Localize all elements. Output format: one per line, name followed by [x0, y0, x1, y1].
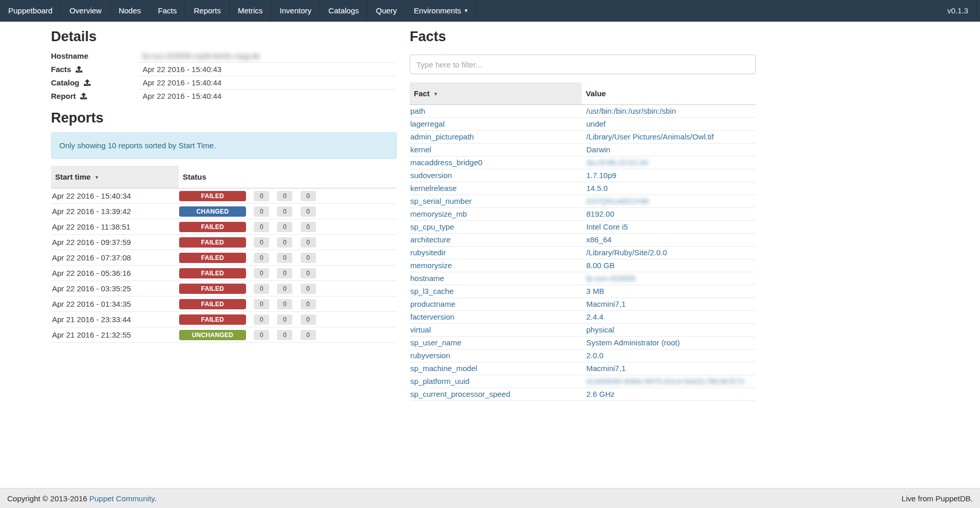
report-count-badge: 0 [277, 191, 292, 201]
fact-row: sudoversion 1.7.10p9 [410, 169, 756, 182]
report-status-badge[interactable]: FAILED [179, 237, 246, 248]
fact-name-link[interactable]: virtual [410, 325, 431, 334]
fact-value: Darwin [586, 145, 610, 154]
report-count-badge: 0 [254, 268, 269, 278]
report-status-badge[interactable]: FAILED [179, 222, 246, 232]
details-row-facts: Facts Apr 22 2016 - 15:40:43 [51, 63, 397, 76]
report-status-badge[interactable]: FAILED [179, 314, 246, 325]
facts-table-header-row: Fact▾ Value [410, 82, 756, 105]
facts-timestamp: Apr 22 2016 - 15:40:43 [138, 63, 397, 76]
nav-item-facts[interactable]: Facts [150, 0, 186, 21]
fact-row: sp_l3_cache 3 MB [410, 285, 756, 298]
fact-row: rubyversion 2.0.0 [410, 349, 756, 362]
report-count-badge: 0 [301, 222, 316, 232]
nav-item-overview[interactable]: Overview [61, 0, 111, 21]
fact-name-link[interactable]: hostname [410, 274, 444, 283]
fact-name-link[interactable]: kernel [410, 145, 431, 154]
fact-name-link[interactable]: kernelrelease [410, 184, 457, 192]
report-count-badge: 0 [301, 237, 316, 248]
catalog-label: Catalog [51, 78, 79, 87]
fact-name-link[interactable]: lagerregal [410, 119, 445, 128]
fact-value: 3 MB [586, 287, 604, 295]
fact-name-link[interactable]: memorysize_mb [410, 209, 467, 218]
fact-name-link[interactable]: sp_user_name [410, 338, 461, 347]
report-status-badge[interactable]: FAILED [179, 284, 246, 294]
nav-item-nodes[interactable]: Nodes [110, 0, 149, 21]
nav-item-query[interactable]: Query [367, 0, 406, 21]
nav-item-catalogs[interactable]: Catalogs [320, 0, 367, 21]
column-header-start-time[interactable]: Start time▾ [51, 166, 179, 188]
report-start-time: Apr 22 2016 - 11:38:51 [51, 219, 179, 234]
fact-row: memorysize 8.00 GB [410, 259, 756, 272]
puppet-community-link[interactable]: Puppet Community [90, 494, 154, 503]
report-count-badge: 0 [277, 268, 292, 278]
fact-name-link[interactable]: sp_machine_model [410, 364, 477, 373]
column-header-value[interactable]: Value [582, 82, 756, 105]
fact-row: path /usr/bin:/bin:/usr/sbin:/sbin [410, 105, 756, 118]
fact-name-link[interactable]: rubysitedir [410, 248, 446, 257]
report-count-badge: 0 [277, 253, 292, 263]
report-start-time: Apr 21 2016 - 23:33:44 [51, 311, 179, 327]
facts-filter-input[interactable] [410, 55, 756, 74]
fact-name-link[interactable]: sp_serial_number [410, 197, 471, 205]
fact-row: kernelrelease 14.5.0 [410, 182, 756, 195]
facts-table-body: path /usr/bin:/bin:/usr/sbin:/sbin lager… [410, 105, 756, 401]
fact-row: memorysize_mb 8192.00 [410, 208, 756, 221]
fact-name-link[interactable]: memorysize [410, 261, 452, 270]
fact-name-link[interactable]: productname [410, 300, 456, 308]
report-status-badge[interactable]: FAILED [179, 191, 246, 201]
report-row: Apr 22 2016 - 05:36:16 FAILED 0 0 0 [51, 265, 397, 281]
report-start-time: Apr 22 2016 - 05:36:16 [51, 265, 179, 281]
hostname-label: Hostname [51, 51, 89, 60]
nav-brand[interactable]: Puppetboard [0, 0, 61, 21]
fact-name-link[interactable]: sp_l3_cache [410, 287, 453, 295]
fact-value: /usr/bin:/bin:/usr/sbin:/sbin [586, 107, 676, 115]
fact-name-link[interactable]: architecture [410, 235, 450, 244]
nav-item-environments-dropdown[interactable]: Environments ▾ [406, 0, 476, 21]
reports-table-header-row: Start time▾ Status [51, 166, 397, 188]
fact-name-link[interactable]: path [410, 107, 425, 115]
report-timestamp: Apr 22 2016 - 15:40:44 [138, 90, 397, 103]
report-status-badge[interactable]: CHANGED [179, 206, 246, 217]
fact-value: 14.5.0 [586, 184, 608, 192]
fact-name-link[interactable]: facterversion [410, 312, 454, 321]
facts-label: Facts [51, 65, 71, 74]
report-count-badge: 0 [254, 253, 269, 263]
details-row-catalog: Catalog Apr 22 2016 - 15:40:44 [51, 76, 397, 90]
report-count-badge: 0 [254, 299, 269, 309]
fact-value: C07QN1A6G1HW [586, 197, 649, 205]
facts-table: Fact▾ Value path /usr/bin:/bin:/usr/sbin… [410, 82, 756, 401]
fact-name-link[interactable]: rubyversion [410, 351, 450, 360]
fact-name-link[interactable]: admin_picturepath [410, 132, 474, 141]
fact-value: /Library/User Pictures/Animals/Owl.tif [586, 132, 714, 141]
fact-name-link[interactable]: sp_platform_uuid [410, 377, 469, 386]
fact-value: 2.0.0 [586, 351, 603, 360]
fact-name-link[interactable]: sp_current_processor_speed [410, 390, 510, 398]
report-status-badge[interactable]: FAILED [179, 268, 246, 278]
report-status-badge[interactable]: FAILED [179, 253, 246, 263]
report-status-badge[interactable]: FAILED [179, 299, 246, 309]
nav-item-metrics[interactable]: Metrics [230, 0, 271, 21]
nav-item-inventory[interactable]: Inventory [271, 0, 320, 21]
column-header-fact[interactable]: Fact▾ [410, 82, 582, 105]
report-row: Apr 22 2016 - 15:40:34 FAILED 0 0 0 [51, 188, 397, 203]
fact-name-link[interactable]: macaddress_bridge0 [410, 158, 482, 167]
fact-row: lagerregal undef [410, 118, 756, 131]
fact-value: 2.6 GHz [586, 390, 615, 398]
report-start-time: Apr 22 2016 - 13:39:42 [51, 203, 179, 219]
fact-value: Intel Core i5 [586, 222, 628, 231]
fact-name-link[interactable]: sp_cpu_type [410, 222, 454, 231]
footer: Copyright © 2013-2016 Puppet Community. … [0, 488, 980, 508]
reports-heading: Reports [51, 111, 397, 125]
copyright: Copyright © 2013-2016 Puppet Community. [7, 494, 156, 503]
report-row: Apr 22 2016 - 13:39:42 CHANGED 0 0 0 [51, 203, 397, 219]
sort-caret-icon: ▾ [434, 91, 437, 97]
report-label: Report [51, 92, 76, 100]
details-row-hostname: Hostname fp-osx-003056.mpib-berlin.mpg.d… [51, 49, 397, 63]
report-count-badge: 0 [254, 284, 269, 294]
column-header-status[interactable]: Status [179, 166, 397, 188]
fact-name-link[interactable]: sudoversion [410, 171, 452, 180]
report-row: Apr 21 2016 - 23:33:44 FAILED 0 0 0 [51, 311, 397, 327]
nav-item-reports[interactable]: Reports [185, 0, 230, 21]
report-status-badge[interactable]: UNCHANGED [179, 330, 246, 340]
